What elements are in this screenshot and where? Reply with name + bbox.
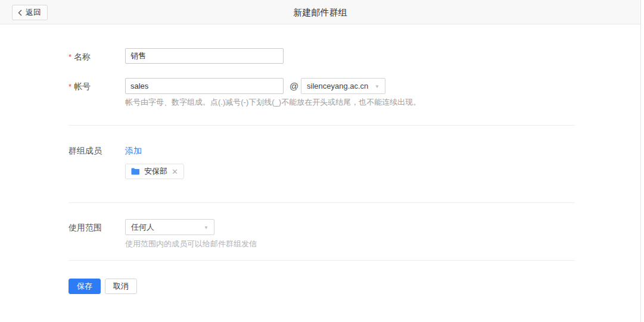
topbar: 返回 新建邮件群组 — [0, 0, 640, 24]
domain-select-value: silenceyang.ac.cn — [307, 82, 368, 90]
members-label: 群组成员 — [69, 146, 102, 157]
account-label: *帐号 — [69, 82, 91, 92]
chevron-left-icon — [17, 10, 23, 16]
save-button[interactable]: 保存 — [69, 279, 101, 294]
cancel-button[interactable]: 取消 — [105, 279, 137, 294]
page-title: 新建邮件群组 — [294, 0, 347, 24]
name-label: *名称 — [69, 52, 91, 62]
divider — [69, 202, 575, 203]
scope-select[interactable]: 任何人 ▼ — [125, 219, 214, 235]
required-marker: * — [69, 82, 71, 91]
required-marker: * — [69, 52, 71, 61]
at-symbol: @ — [290, 81, 298, 91]
account-input[interactable] — [125, 78, 284, 94]
chevron-down-icon: ▼ — [375, 83, 379, 89]
divider — [69, 260, 575, 261]
new-mail-group-page: 返回 新建邮件群组 *名称 *帐号 @ silenceyang.ac.cn ▼ … — [0, 0, 641, 322]
account-hint: 帐号由字母、数字组成。点(.)减号(-)下划线(_)不能放在开头或结尾，也不能连… — [125, 97, 421, 108]
chevron-down-icon: ▼ — [204, 224, 209, 230]
add-member-link[interactable]: 添加 — [125, 146, 142, 157]
divider — [69, 125, 575, 126]
back-button[interactable]: 返回 — [12, 5, 48, 20]
scope-hint: 使用范围内的成员可以给邮件群组发信 — [125, 239, 257, 249]
scope-select-value: 任何人 — [131, 222, 154, 233]
close-icon[interactable]: ✕ — [172, 168, 178, 176]
member-tag-label: 安保部 — [144, 166, 167, 177]
domain-select[interactable]: silenceyang.ac.cn ▼ — [301, 78, 385, 94]
member-tag: 安保部 ✕ — [125, 164, 184, 179]
back-button-label: 返回 — [26, 7, 41, 18]
name-input[interactable] — [125, 48, 284, 64]
folder-icon — [131, 168, 140, 175]
scope-label: 使用范围 — [69, 223, 102, 233]
